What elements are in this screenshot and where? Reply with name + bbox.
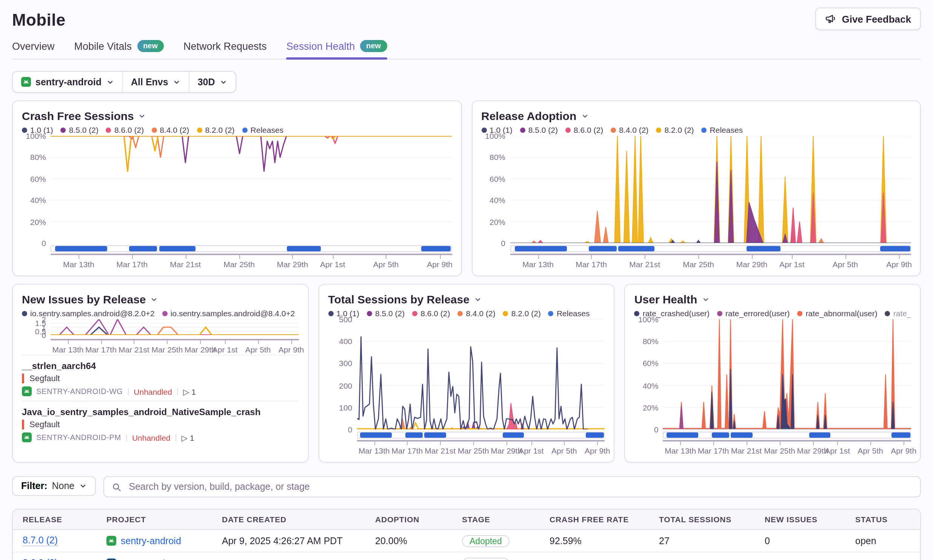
legend-item[interactable]: io.sentry.samples.android@8.4.0+2: [162, 309, 295, 318]
release-span-bar[interactable]: [881, 246, 910, 251]
legend-dot: [503, 311, 508, 316]
chevron-down-icon[interactable]: [139, 112, 146, 120]
chart-title: Crash Free Sessions: [22, 109, 134, 122]
issue-item[interactable]: Java_io_sentry_samples_android_NativeSam…: [22, 401, 299, 447]
x-axis-tick-label: Mar 29th: [797, 446, 828, 455]
x-axis-tick: [713, 442, 714, 445]
release-span-bar[interactable]: [503, 432, 524, 438]
table-row: 8.6.0 (2)Csentry-nativeApr 1, 2025 6:29:…: [13, 552, 920, 560]
project-link[interactable]: sentry-native: [121, 558, 175, 560]
release-span-bar[interactable]: [730, 432, 753, 438]
issue-item[interactable]: __strlen_aarch64SegfaultSENTRY-ANDROID-W…: [22, 355, 299, 401]
environment-filter-dropdown[interactable]: All Envs: [122, 72, 189, 92]
issue-title[interactable]: Java_io_sentry_samples_android_NativeSam…: [22, 407, 299, 417]
legend-item[interactable]: 8.6.0 (2): [565, 125, 603, 134]
legend-item[interactable]: Releases: [242, 125, 284, 134]
release-span-bar[interactable]: [666, 432, 698, 438]
legend-item[interactable]: 8.4.0 (2): [611, 125, 648, 134]
issue-project-slug: SENTRY-ANDROID-PM: [36, 433, 121, 442]
release-span-bar[interactable]: [129, 246, 157, 251]
legend-item[interactable]: 8.5.0 (2): [520, 125, 558, 134]
total-sessions-cell: 27: [649, 535, 755, 546]
android-icon: [106, 536, 116, 546]
chevron-down-icon[interactable]: [702, 295, 709, 303]
chevron-down-icon[interactable]: [151, 295, 158, 303]
legend-item[interactable]: 8.2.0 (2): [656, 125, 694, 134]
page-header: Mobile Give Feedback OverviewMobile Vita…: [0, 0, 933, 60]
release-span-bar[interactable]: [55, 246, 108, 251]
issue-project-slug: SENTRY-ANDROID-WG: [36, 387, 123, 395]
legend-item[interactable]: 8.2.0 (2): [197, 125, 234, 134]
x-axis-tick: [239, 255, 240, 259]
releases-minimap[interactable]: [510, 245, 911, 252]
release-span-bar[interactable]: [360, 432, 392, 438]
x-axis-tick-label: Apr 9th: [585, 446, 610, 455]
legend-item[interactable]: 8.4.0 (2): [151, 125, 189, 134]
new-issues-link[interactable]: 3: [765, 558, 770, 560]
legend-item[interactable]: Releases: [702, 125, 743, 134]
chart-plot: [51, 136, 452, 243]
legend-item[interactable]: rate_abnormal(user): [798, 309, 878, 318]
give-feedback-button[interactable]: Give Feedback: [815, 8, 921, 30]
legend-label: 8.2.0 (2): [511, 309, 541, 318]
release-version-link[interactable]: 8.7.0 (2): [23, 535, 58, 546]
chevron-down-icon[interactable]: [581, 112, 588, 120]
legend-item[interactable]: 8.5.0 (2): [367, 309, 405, 318]
x-axis-labels: Mar 13thMar 17thMar 21stMar 25thMar 29th…: [663, 445, 911, 456]
date-created-value: Apr 9, 2025 4:26:27 AM PDT: [222, 535, 343, 546]
release-span-bar[interactable]: [424, 432, 446, 438]
project-link[interactable]: sentry-android: [121, 535, 181, 546]
adoption-cell: 20.00%: [365, 535, 452, 546]
tab-mobile-vitals[interactable]: Mobile Vitalsnew: [74, 40, 164, 59]
legend-item[interactable]: 8.4.0 (2): [457, 309, 495, 318]
chevron-down-icon[interactable]: [474, 295, 482, 303]
legend-item[interactable]: 8.6.0 (2): [106, 125, 144, 134]
release-span-bar[interactable]: [619, 246, 654, 251]
release-span-bar[interactable]: [712, 432, 729, 438]
search-input[interactable]: [127, 481, 913, 493]
release-span-bar[interactable]: [809, 432, 830, 438]
new-issues-chart: New Issues by Releaseio.sentry.samples.a…: [22, 291, 299, 355]
x-axis-tick: [473, 442, 474, 445]
release-span-bar[interactable]: [159, 246, 195, 251]
release-span-bar[interactable]: [589, 246, 617, 251]
x-axis-tick: [134, 340, 135, 344]
legend-item[interactable]: 8.2.0 (2): [503, 309, 541, 318]
release-span-bar[interactable]: [287, 246, 321, 251]
project-filter-dropdown[interactable]: sentry-android: [13, 72, 122, 92]
tab-overview[interactable]: Overview: [12, 40, 55, 59]
y-axis-tick-label: 0: [42, 238, 46, 248]
release-span-bar[interactable]: [747, 246, 781, 251]
release-span-bar[interactable]: [892, 432, 910, 438]
release-span-bar[interactable]: [406, 432, 423, 438]
legend-item[interactable]: rate_healthy(user): [885, 309, 911, 318]
c-native-icon: C: [106, 558, 116, 560]
separator: |: [177, 387, 179, 395]
filter-dropdown[interactable]: Filter: None: [12, 476, 95, 496]
x-axis-tick-label: Mar 21st: [119, 345, 149, 354]
legend-item[interactable]: 8.5.0 (2): [61, 125, 99, 134]
release-span-bar[interactable]: [515, 246, 567, 251]
project-filter-value: sentry-android: [35, 77, 102, 87]
tab-network-requests[interactable]: Network Requests: [183, 40, 267, 59]
release-span-bar[interactable]: [421, 246, 451, 251]
y-axis-tick-label: 100%: [26, 131, 46, 140]
x-axis-block: Mar 13thMar 17thMar 21stMar 25thMar 29th…: [51, 335, 299, 355]
issue-title[interactable]: __strlen_aarch64: [22, 361, 299, 371]
release-span-bar[interactable]: [586, 432, 604, 438]
legend-item[interactable]: Releases: [548, 309, 590, 318]
date-created-cell: Apr 9, 2025 4:26:27 AM PDT: [212, 535, 365, 546]
legend-dot: [656, 127, 661, 132]
releases-minimap[interactable]: [357, 432, 605, 438]
release-version-link[interactable]: 8.6.0 (2): [23, 558, 58, 560]
release-cell: 8.6.0 (2): [13, 558, 97, 560]
column-header: DATE CREATED: [212, 515, 365, 524]
legend-item[interactable]: 8.6.0 (2): [412, 309, 450, 318]
issue-type: Segfault: [22, 420, 299, 429]
releases-minimap[interactable]: [51, 245, 452, 252]
filter-label: Filter:: [21, 481, 47, 491]
period-filter-dropdown[interactable]: 30D: [189, 72, 236, 92]
legend-item[interactable]: rate_errored(user): [717, 309, 790, 318]
releases-minimap[interactable]: [663, 432, 911, 438]
tab-session-health[interactable]: Session Healthnew: [286, 40, 387, 59]
